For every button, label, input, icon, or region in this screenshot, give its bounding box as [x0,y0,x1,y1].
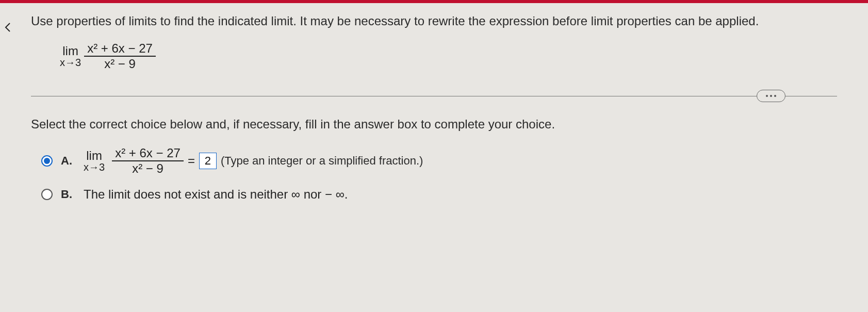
choices-group: A. lim x→3 x² + 6x − 27 x² − 9 = (Type a… [41,146,837,202]
dot-icon [774,95,776,97]
radio-a-selected-icon [44,158,50,164]
numerator: x² + 6x − 27 [84,41,156,56]
choice-a-label: A. [61,154,75,168]
choice-a-body: lim x→3 x² + 6x − 27 x² − 9 = (Type an i… [84,146,423,176]
fraction: x² + 6x − 27 x² − 9 [84,41,156,71]
denominator: x² − 9 [101,57,139,71]
choice-b-body: The limit does not exist and is neither … [84,187,348,202]
divider-line [31,96,837,96]
section-divider [31,96,837,96]
top-accent-bar [0,0,868,3]
radio-a[interactable] [41,155,53,167]
lim-approach: x→3 [84,162,105,173]
back-arrow-icon[interactable] [0,19,18,36]
more-options-button[interactable] [757,90,785,102]
dot-icon [770,95,772,97]
lim-label: lim [62,44,78,57]
lim-operator: lim x→3 [60,44,81,68]
choice-prompt: Select the correct choice below and, if … [31,117,837,132]
radio-b[interactable] [41,189,53,200]
choice-b: B. The limit does not exist and is neith… [41,187,837,202]
answer-hint: (Type an integer or a simplified fractio… [221,154,423,168]
dot-icon [766,95,768,97]
lim-label: lim [86,149,102,162]
denominator: x² − 9 [129,161,167,176]
lim-operator: lim x→3 [84,149,105,173]
choice-b-text: The limit does not exist and is neither … [84,187,348,202]
lim-approach: x→3 [60,57,81,68]
numerator: x² + 6x − 27 [112,146,184,160]
choice-b-label: B. [61,188,75,201]
answer-input[interactable] [199,153,217,169]
equals-sign: = [188,154,195,168]
question-content: Use properties of limits to find the ind… [0,0,868,225]
choice-a: A. lim x→3 x² + 6x − 27 x² − 9 = (Type a… [41,146,837,176]
problem-expression: lim x→3 x² + 6x − 27 x² − 9 [60,41,156,71]
instruction-text: Use properties of limits to find the ind… [31,12,837,30]
fraction: x² + 6x − 27 x² − 9 [112,146,184,176]
